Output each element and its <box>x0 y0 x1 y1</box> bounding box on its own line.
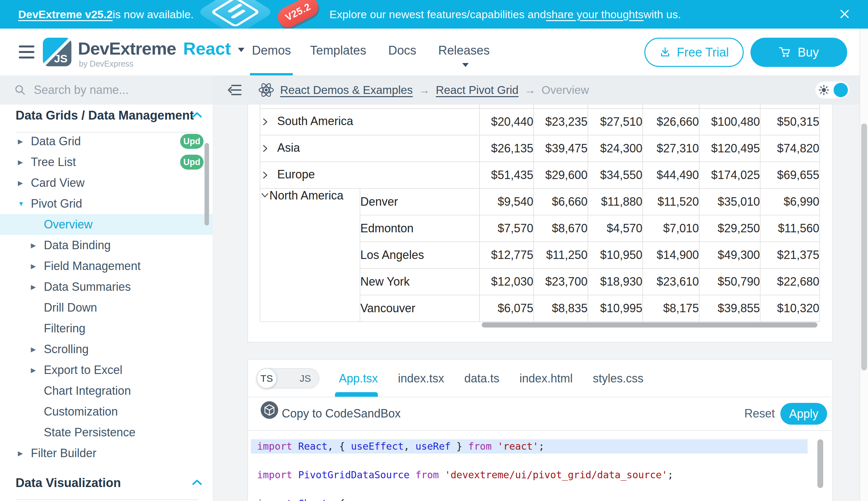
box-logo-icon <box>196 0 274 29</box>
row-header-denver[interactable]: Denver <box>360 189 480 215</box>
page-scrollbar-thumb[interactable] <box>861 124 867 370</box>
row-header-new-york[interactable]: New York <box>360 268 480 295</box>
code-scrollbar-thumb[interactable] <box>817 439 823 488</box>
breadcrumb-parent-link[interactable]: React Pivot Grid <box>436 84 518 96</box>
sidebar-item-data-summaries[interactable]: ▶ Data Summaries <box>0 277 213 297</box>
sidebar-item-drill-down[interactable]: Drill Down <box>0 297 213 318</box>
page-scrollbar[interactable] <box>859 29 868 501</box>
sidebar-item-data-binding[interactable]: ▶ Data Binding <box>0 235 213 256</box>
pivot-horizontal-scrollbar-thumb[interactable] <box>482 322 817 328</box>
row-header-asia[interactable]: Asia <box>260 135 480 162</box>
sidebar-item-label: Data Binding <box>44 235 111 256</box>
row-header-los-angeles[interactable]: Los Angeles <box>360 242 480 268</box>
row-header-south-america[interactable]: South America <box>260 108 480 135</box>
pivot-cell: $23,610 <box>643 268 699 295</box>
tab-index-tsx[interactable]: index.tsx <box>398 372 444 385</box>
sidebar-section-data-visualization[interactable]: Data Visualization <box>0 476 213 491</box>
sidebar-item-state-persistence[interactable]: State Persistence <box>0 422 213 443</box>
hamburger-menu-icon[interactable] <box>19 45 35 61</box>
sidebar-item-tree-list[interactable]: ▶ Tree List Upd <box>0 152 213 172</box>
code-line-1: import React, { useEffect, useRef } from… <box>251 439 807 454</box>
pivot-cell: $35,010 <box>699 189 760 215</box>
copy-to-codesandbox-button[interactable]: Copy to CodeSandBox <box>282 397 400 430</box>
sidebar-item-customization[interactable]: Customization <box>0 401 213 422</box>
devextreme-logo[interactable]: JS <box>43 38 72 66</box>
sidebar-item-overview[interactable]: Overview <box>0 214 213 235</box>
code-editor[interactable]: import React, { useEffect, useRef } from… <box>248 431 831 501</box>
tab-index-html[interactable]: index.html <box>519 372 573 385</box>
share-thoughts-link[interactable]: share your thoughts <box>546 8 644 21</box>
free-trial-button[interactable]: Free Trial <box>644 38 744 67</box>
sidebar-item-filter-builder[interactable]: ▶ Filter Builder <box>0 443 213 463</box>
chevron-down-icon[interactable] <box>238 48 244 52</box>
chevron-right-icon: ▶ <box>18 131 23 152</box>
codesandbox-icon[interactable] <box>260 401 278 420</box>
sidebar-scrollbar-thumb[interactable] <box>205 143 209 225</box>
theme-toggle-knob[interactable] <box>834 83 848 97</box>
close-icon <box>839 9 850 20</box>
pivot-cell: $6,990 <box>760 189 820 215</box>
sidebar-item-card-view[interactable]: ▶ Card View <box>0 172 213 193</box>
search-input[interactable] <box>33 83 190 97</box>
tab-styles-css[interactable]: styles.css <box>593 372 644 385</box>
row-label: South America <box>277 114 353 128</box>
banner-close-button[interactable] <box>838 8 851 21</box>
pivot-cell: $29,600 <box>534 162 588 189</box>
code-panel-card: TS JS App.tsx index.tsx data.ts index.ht… <box>248 359 833 501</box>
pivot-cell: $11,520 <box>643 189 699 215</box>
chevron-up-icon[interactable] <box>191 479 202 487</box>
expand-chevron-right-icon[interactable] <box>260 142 270 156</box>
pivot-cell: $23,235 <box>534 108 588 135</box>
nav-releases[interactable]: Releases <box>438 44 490 57</box>
sidebar-section-data-grids[interactable]: Data Grids / Data Management <box>0 108 213 124</box>
active-nav-indicator <box>250 73 293 75</box>
chevron-right-icon: ▶ <box>18 172 23 193</box>
sidebar-item-filtering[interactable]: Filtering <box>0 318 213 339</box>
pivot-cell: $14,900 <box>643 242 699 268</box>
sidebar: Data Grids / Data Management ▶ Data Grid… <box>0 105 213 501</box>
pivot-cell: $10,995 <box>588 295 643 322</box>
brand-block[interactable]: DevExtreme React <box>78 38 244 58</box>
collapse-sidebar-icon[interactable] <box>227 83 242 98</box>
reset-button[interactable]: Reset <box>743 397 777 430</box>
sidebar-item-export-to-excel[interactable]: ▶ Export to Excel <box>0 360 213 381</box>
banner-message-suffix: with us. <box>644 8 681 21</box>
version-link[interactable]: DevExtreme v25.2 <box>18 8 113 21</box>
pivot-cell: $4,570 <box>588 215 643 242</box>
row-header-vancouver[interactable]: Vancouver <box>360 295 480 322</box>
sidebar-item-scrolling[interactable]: ▶ Scrolling <box>0 339 213 360</box>
sidebar-item-data-grid[interactable]: ▶ Data Grid Upd <box>0 131 213 152</box>
nav-docs[interactable]: Docs <box>388 44 417 57</box>
sidebar-item-label: Scrolling <box>44 339 89 360</box>
sidebar-item-chart-integration[interactable]: Chart Integration <box>0 381 213 401</box>
nav-demos[interactable]: Demos <box>252 44 291 57</box>
pivot-cell: $6,075 <box>480 295 534 322</box>
chevron-right-icon: ▶ <box>18 443 23 463</box>
row-header-edmonton[interactable]: Edmonton <box>360 215 480 242</box>
breadcrumb-root-link[interactable]: React Demos & Examples <box>280 84 413 96</box>
pivot-cell: $6,660 <box>534 189 588 215</box>
pivot-cell: $74,820 <box>760 135 820 162</box>
language-toggle[interactable]: TS JS <box>256 368 319 388</box>
chevron-up-icon[interactable] <box>191 111 202 119</box>
theme-toggle[interactable] <box>815 82 849 98</box>
tab-app-tsx[interactable]: App.tsx <box>339 372 378 385</box>
sidebar-item-pivot-grid[interactable]: ▼ Pivot Grid <box>0 193 213 214</box>
nav-templates[interactable]: Templates <box>310 44 366 57</box>
row-header-north-america[interactable]: North America <box>260 189 360 322</box>
expand-chevron-right-icon[interactable] <box>260 116 270 129</box>
brand-platform: React <box>183 38 231 58</box>
row-header-europe[interactable]: Europe <box>260 162 480 189</box>
collapse-chevron-down-icon[interactable] <box>260 189 270 202</box>
sidebar-item-field-management[interactable]: ▶ Field Management <box>0 256 213 277</box>
section-title: Data Visualization <box>15 476 121 490</box>
buy-button[interactable]: Buy <box>750 38 847 67</box>
expand-chevron-right-icon[interactable] <box>260 169 270 183</box>
pivot-cell: $27,510 <box>588 108 643 135</box>
language-toggle-js[interactable]: JS <box>300 369 311 388</box>
sidebar-item-label: Pivot Grid <box>31 193 82 214</box>
row-label: Europe <box>277 168 315 181</box>
language-toggle-ts[interactable]: TS <box>256 368 277 388</box>
apply-button[interactable]: Apply <box>780 403 827 425</box>
tab-data-ts[interactable]: data.ts <box>464 372 499 385</box>
